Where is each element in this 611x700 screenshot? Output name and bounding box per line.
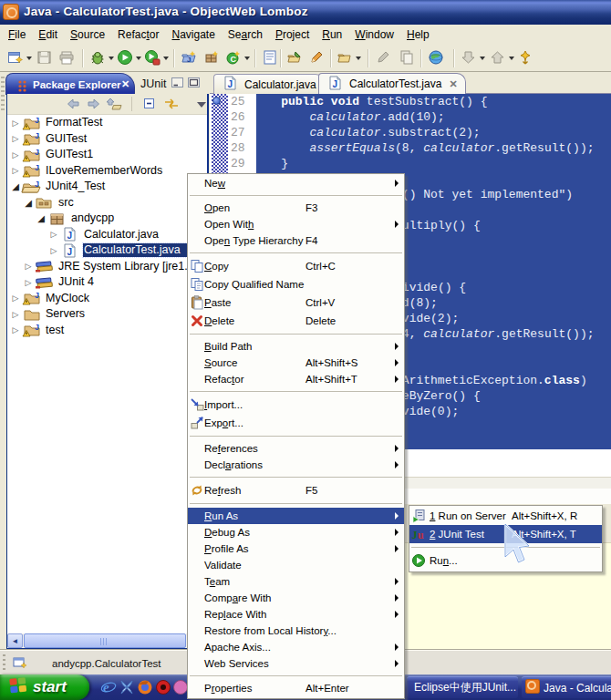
- title-bar[interactable]: Java - CalculatorTest.java - ObjectWeb L…: [0, 0, 611, 25]
- toolbar-pencil-icon[interactable]: [308, 49, 326, 67]
- toolbar-open-folder-icon[interactable]: [337, 49, 355, 67]
- toolbar-new-java-project-icon[interactable]: J: [181, 49, 199, 67]
- tab-package-explorer[interactable]: Package Explorer ✕: [5, 73, 135, 95]
- context-menu-item-build-path[interactable]: Build Path: [188, 338, 404, 355]
- context-menu-item-web-services[interactable]: Web Services: [188, 655, 404, 672]
- context-menu-item-open[interactable]: OpenF3: [188, 200, 404, 216]
- toolbar-console-icon[interactable]: [262, 49, 280, 67]
- menu-refactor[interactable]: Refactor: [111, 26, 165, 44]
- tree-item[interactable]: ◢andycpp: [7, 211, 207, 227]
- toolbar-prev-annotation-icon[interactable]: [490, 49, 508, 67]
- tree-item[interactable]: ▷Jtest: [7, 323, 207, 339]
- toolbar-edit-gray-icon[interactable]: [375, 49, 393, 67]
- editor-tab-calculatortest-java[interactable]: JCalculatorTest.java✕: [318, 73, 466, 94]
- tree-item[interactable]: ◢src: [7, 195, 207, 211]
- toolbar-globe-icon[interactable]: [428, 49, 446, 67]
- menu-search[interactable]: Search: [222, 26, 269, 44]
- back-icon[interactable]: [65, 97, 81, 115]
- toolbar-save-icon[interactable]: [36, 49, 55, 67]
- context-menu-item-profile-as[interactable]: Profile As: [188, 540, 404, 557]
- context-menu-item-new[interactable]: New: [188, 175, 404, 191]
- tree-item[interactable]: ▷JUnit 4: [7, 274, 207, 291]
- context-menu-item-source[interactable]: SourceAlt+Shift+S: [188, 355, 404, 371]
- menu-source[interactable]: Source: [64, 26, 111, 44]
- close-tab-icon[interactable]: ✕: [449, 78, 457, 90]
- dropdown-caret[interactable]: [244, 57, 250, 60]
- twistie-collapsed[interactable]: ▷: [11, 118, 20, 128]
- fast-view-icon[interactable]: [12, 654, 28, 674]
- forward-icon[interactable]: [86, 97, 102, 115]
- toolbar-run-external-icon[interactable]: [144, 49, 162, 67]
- context-menu-item-delete[interactable]: DeleteDelete: [188, 312, 404, 330]
- up-icon[interactable]: [105, 97, 123, 115]
- context-menu-item-compare-with[interactable]: Compare With: [188, 590, 404, 606]
- toolbar-folder-edit-icon[interactable]: [286, 49, 305, 67]
- package-explorer-tree[interactable]: ▷JFormatTest▷JGUITest▷JGUITest1▷JILoveRe…: [7, 115, 207, 633]
- ie-icon[interactable]: e: [100, 679, 117, 695]
- toolbar-new-wizard-icon[interactable]: [7, 49, 26, 67]
- dropdown-caret[interactable]: [109, 57, 114, 60]
- context-menu-item-run-as[interactable]: Run As: [188, 508, 404, 524]
- start-button[interactable]: start: [0, 674, 89, 700]
- collapse-all-icon[interactable]: [142, 97, 157, 115]
- twistie-collapsed[interactable]: ▷: [11, 150, 20, 160]
- tree-item[interactable]: ▷JGUITest1: [7, 147, 207, 163]
- toolbar-last-edit-icon[interactable]: [517, 49, 535, 67]
- toolbar-print-icon[interactable]: [58, 49, 77, 67]
- context-menu-item-declarations[interactable]: Declarations: [188, 457, 404, 473]
- maximize-view-icon[interactable]: [188, 75, 200, 90]
- tree-item[interactable]: ▷Servers: [7, 306, 207, 323]
- context-menu-item-paste[interactable]: PasteCtrl+V: [188, 293, 404, 312]
- dropdown-caret[interactable]: [163, 57, 169, 60]
- twistie-collapsed[interactable]: ▷: [24, 278, 33, 287]
- toolbar-new-class-icon[interactable]: C: [225, 49, 243, 67]
- media-player-icon[interactable]: [155, 679, 171, 695]
- menu-edit[interactable]: Edit: [32, 26, 64, 44]
- tab-junit[interactable]: JUnit: [140, 77, 166, 90]
- taskbar-button-eclipse-junit[interactable]: Eclipse中使用JUnit...: [407, 676, 518, 698]
- twistie-expanded[interactable]: ◢: [24, 198, 33, 208]
- dropdown-caret[interactable]: [480, 57, 485, 60]
- twistie-expanded[interactable]: ◢: [36, 213, 46, 223]
- close-view-icon[interactable]: ✕: [121, 78, 129, 90]
- link-editor-icon[interactable]: [162, 97, 181, 115]
- horizontal-scrollbar[interactable]: ◄: [7, 633, 207, 648]
- twistie-collapsed[interactable]: ▷: [49, 230, 58, 239]
- submenu-item-1-run-on-server[interactable]: 1 Run on ServerAlt+Shift+X, R: [409, 507, 602, 525]
- toolbar-run-icon[interactable]: [117, 49, 135, 67]
- context-menu-item-references[interactable]: References: [188, 440, 404, 457]
- tree-item[interactable]: ◢JJUnit4_Test: [7, 179, 207, 195]
- context-menu-item-refactor[interactable]: RefactorAlt+Shift+T: [188, 371, 404, 387]
- context-menu-item-replace-with[interactable]: Replace With: [188, 606, 404, 623]
- dropdown-caret[interactable]: [356, 57, 361, 60]
- toolbar-new-package-icon[interactable]: [203, 49, 222, 67]
- context-menu-item-restore-from-local-history[interactable]: Restore from Local History...: [188, 623, 404, 639]
- twistie-collapsed[interactable]: ▷: [49, 246, 58, 255]
- tree-item[interactable]: ▷JCalculator.java: [7, 227, 207, 243]
- context-menu-item-validate[interactable]: Validate: [188, 557, 404, 573]
- firefox-icon[interactable]: [137, 679, 153, 695]
- twistie-collapsed[interactable]: ▷: [11, 325, 20, 335]
- context-menu-item-copy-qualified-name[interactable]: Copy Qualified Name: [188, 275, 404, 293]
- minimize-view-icon[interactable]: [171, 75, 183, 90]
- twistie-collapsed[interactable]: ▷: [11, 166, 20, 175]
- twistie-collapsed[interactable]: ▷: [11, 293, 20, 303]
- menu-navigate[interactable]: Navigate: [165, 26, 221, 44]
- view-minmax-buttons[interactable]: [171, 75, 200, 91]
- tree-item[interactable]: ▷JGUITest: [7, 131, 207, 148]
- menu-file[interactable]: File: [2, 26, 32, 44]
- dropdown-caret[interactable]: [509, 57, 514, 60]
- menu-run[interactable]: Run: [316, 26, 348, 44]
- context-menu-item-open-with[interactable]: Open With: [188, 216, 404, 232]
- scroll-left-arrow[interactable]: ◄: [7, 633, 23, 648]
- dropdown-caret[interactable]: [136, 57, 141, 60]
- context-menu-item-debug-as[interactable]: Debug As: [188, 524, 404, 540]
- menu-project[interactable]: Project: [269, 26, 316, 44]
- context-menu-item-properties[interactable]: PropertiesAlt+Enter: [188, 680, 404, 696]
- context-menu-item-import[interactable]: Import...: [188, 396, 404, 414]
- toolbar-pages-gray-icon[interactable]: [399, 49, 417, 67]
- dropdown-caret[interactable]: [26, 57, 32, 60]
- context-menu-item-copy[interactable]: CopyCtrl+C: [188, 257, 404, 275]
- tree-item[interactable]: ▷JILoveRememberWords: [7, 163, 207, 180]
- context-menu-item-team[interactable]: Team: [188, 573, 404, 590]
